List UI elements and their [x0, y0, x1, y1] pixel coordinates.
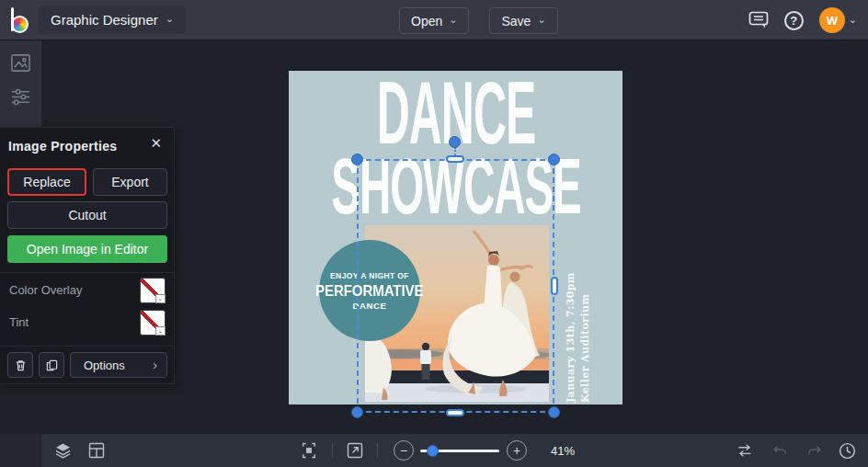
swatch-dropdown-icon[interactable]: ⌄ — [155, 294, 166, 303]
help-icon[interactable]: ? — [784, 11, 804, 30]
design-canvas[interactable]: DANCE SHOWCASE ENJOY A NIGHT OF PERFORMA… — [289, 71, 622, 404]
undo-icon[interactable] — [771, 442, 790, 460]
chevron-down-icon: ⌄ — [537, 15, 545, 25]
trash-icon — [14, 359, 28, 372]
app-mode-menu[interactable]: Graphic Designer ⌄ — [39, 6, 186, 34]
cutout-button[interactable]: Cutout — [7, 201, 167, 229]
color-overlay-label: Color Overlay — [9, 283, 82, 297]
zoom-level: 41% — [551, 444, 582, 458]
rotate-handle[interactable] — [449, 136, 461, 148]
options-button[interactable]: Options › — [70, 352, 167, 378]
image-properties-panel: Image Properties ✕ Replace Export Cutout… — [0, 127, 175, 384]
panel-title: Image Properties — [8, 139, 117, 154]
zoom-out-button[interactable]: − — [394, 440, 414, 461]
resize-handle-bottom[interactable] — [446, 409, 464, 416]
replace-button[interactable]: Replace — [7, 168, 86, 196]
chevron-down-icon: ⌄ — [449, 15, 457, 25]
delete-button[interactable] — [7, 352, 33, 378]
color-overlay-row: Color Overlay ⌄ — [0, 278, 175, 303]
top-bar: Graphic Designer ⌄ Open ⌄ Save ⌄ ? — [0, 0, 868, 40]
open-image-in-editor-button[interactable]: Open Image in Editor — [7, 235, 167, 263]
compare-before-after-icon[interactable] — [735, 441, 755, 460]
file-actions: Open ⌄ Save ⌄ — [399, 7, 558, 34]
open-button[interactable]: Open ⌄ — [399, 7, 469, 34]
tint-row: Tint ⌄ — [0, 310, 175, 336]
duplicate-icon — [45, 359, 59, 372]
zoom-in-button[interactable]: + — [507, 440, 527, 461]
layers-icon[interactable] — [53, 441, 73, 460]
tint-label: Tint — [9, 315, 29, 329]
feedback-chat-icon[interactable] — [748, 11, 769, 29]
resize-handle-top-right[interactable] — [548, 154, 560, 165]
poster-badge-circle[interactable]: ENJOY A NIGHT OF PERFORMATIVE DANCE — [319, 240, 420, 341]
templates-layout-icon[interactable] — [87, 441, 106, 460]
befunky-logo-icon[interactable] — [8, 7, 32, 33]
close-icon[interactable]: ✕ — [150, 135, 162, 152]
resize-handle-right[interactable] — [551, 277, 558, 295]
poster-event-date[interactable]: January 13th, 7:30pm — [565, 272, 577, 403]
zoom-slider[interactable] — [420, 445, 499, 457]
chevron-right-icon: › — [153, 358, 157, 372]
adjustments-sliders-icon[interactable] — [10, 86, 31, 108]
image-manager-icon[interactable] — [10, 52, 31, 74]
save-button[interactable]: Save ⌄ — [489, 7, 557, 34]
tint-swatch[interactable]: ⌄ — [140, 310, 166, 336]
duplicate-button[interactable] — [39, 352, 64, 378]
poster-event-venue[interactable]: Keller Auditorium — [579, 293, 591, 403]
bottom-toolbar: − + 41% — [41, 434, 868, 467]
chevron-down-icon: ⌄ — [166, 14, 174, 24]
color-overlay-swatch[interactable]: ⌄ — [140, 278, 166, 303]
chevron-down-icon: ⌄ — [849, 15, 857, 25]
open-in-new-icon[interactable] — [346, 441, 364, 460]
top-right-controls: ? W ⌄ — [748, 0, 857, 40]
graphic-designer-app: Graphic Designer ⌄ Open ⌄ Save ⌄ ? — [0, 0, 868, 467]
avatar: W — [819, 7, 845, 33]
redo-icon[interactable] — [805, 442, 824, 460]
resize-handle-top[interactable] — [446, 155, 464, 163]
export-button[interactable]: Export — [93, 168, 167, 196]
fit-to-screen-icon[interactable] — [300, 441, 318, 460]
zoom-slider-knob[interactable] — [427, 445, 439, 457]
resize-handle-bottom-right[interactable] — [548, 406, 560, 418]
app-mode-label: Graphic Designer — [51, 12, 158, 28]
history-clock-icon[interactable] — [838, 441, 857, 461]
resize-handle-top-left[interactable] — [351, 154, 363, 165]
swatch-dropdown-icon[interactable]: ⌄ — [155, 326, 166, 336]
account-menu[interactable]: W ⌄ — [819, 7, 857, 33]
resize-handle-bottom-left[interactable] — [351, 406, 363, 418]
